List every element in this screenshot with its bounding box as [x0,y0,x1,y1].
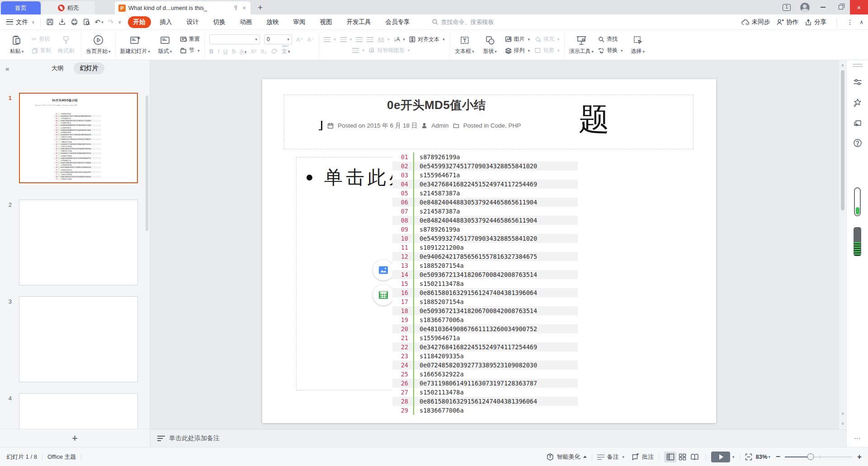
select-button[interactable]: 选择▾ [627,35,648,55]
slide-sorter-view-button[interactable] [676,452,689,462]
tab-slides[interactable]: 幻灯片 [74,62,105,74]
text-direction-button[interactable]: AB▾ [377,37,389,42]
picture-button[interactable]: 图片▾ [505,35,530,43]
play-from-current-button[interactable]: 当页开始▾ [86,34,111,55]
slide-canvas[interactable]: 0e开头MD5值小结 Posted on 2015 年 6 月 18 日 Adm… [262,79,716,423]
panel-scrollbar[interactable] [146,95,148,231]
grow-font-button[interactable]: A⁺ [296,36,303,43]
fit-slide-button[interactable] [745,453,752,461]
format-painter-button[interactable]: 格式刷 [56,35,76,55]
zoom-slider-knob[interactable] [807,453,814,460]
zoom-percent[interactable]: 83% [756,453,768,460]
collapse-panel-button[interactable]: « [5,65,9,72]
new-slide-button[interactable]: 新建幻灯片▾ [120,35,151,55]
shrink-font-button[interactable]: A⁻ [307,36,315,43]
font-color-button[interactable]: A▾ [240,48,246,55]
textbox-button[interactable]: 文本框▾ [454,35,475,55]
subscript-button[interactable]: X₂ [260,48,267,55]
close-window-button[interactable]: × [850,0,868,14]
previous-slide-button[interactable]: ∧ [839,411,846,416]
smart-beautify-button[interactable]: 智能美化 [546,453,587,461]
scroll-up-icon[interactable]: ∧ [839,63,846,67]
redo-button[interactable]: ↷ [108,18,114,26]
numbering-button[interactable]: ▾ [340,37,352,42]
menu-tab-view[interactable]: 视图 [315,16,338,28]
slide-thumbnail-3[interactable] [19,296,138,382]
help-icon[interactable] [853,138,862,147]
bold-button[interactable]: B [209,48,213,55]
slide-thumbnail-2[interactable] [19,200,138,285]
replace-button[interactable]: 替换▾ [598,47,623,54]
zoom-in-button[interactable]: + [857,452,862,461]
popout-pane-icon[interactable] [853,119,862,128]
find-button[interactable]: 查找 [598,35,623,43]
object-properties-icon[interactable] [853,78,862,87]
notes-button[interactable]: 备注 ▾ [597,453,625,461]
superscript-button[interactable]: X² [250,48,256,55]
account-avatar[interactable] [796,0,814,14]
share-button[interactable]: 分享 [805,18,826,26]
sync-status-button[interactable]: 未同步 [741,18,770,26]
beautify-star-icon[interactable] [853,98,863,108]
menu-tab-transition[interactable]: 切换 [208,16,231,28]
collapse-ribbon-button[interactable]: ∧ [859,19,863,25]
theme-name[interactable]: Office 主题 [47,453,76,461]
decrease-indent-button[interactable] [356,37,363,42]
next-slide-button[interactable]: ∨ [839,421,846,426]
align-text-button[interactable]: 对齐文本▾ [409,36,445,43]
tab-document[interactable]: P What kind of d...ument is this_ × [115,1,250,14]
md5-code-block[interactable]: 01s878926199a020e54599327451770903432885… [392,152,578,415]
scrollbar-thumb[interactable] [841,70,844,210]
export-button[interactable] [58,18,66,26]
menu-tab-review[interactable]: 审阅 [288,16,311,28]
insert-table-placeholder-button[interactable] [373,285,394,305]
menu-tab-insert[interactable]: 插入 [155,16,178,28]
insert-picture-placeholder-button[interactable] [373,260,394,281]
print-preview-button[interactable] [83,18,90,26]
slide-thumbnail-1[interactable]: 0e开头MD5值小结 Posted on 2015 年 6 月 18 日 Adm… [19,93,138,183]
cut-button[interactable]: ✂剪切 [32,35,51,43]
undo-button[interactable]: ↶▾ [95,18,104,26]
tab-docer[interactable]: 稻壳 [42,1,95,14]
menu-tab-slideshow[interactable]: 放映 [261,16,284,28]
underline-button[interactable]: U [223,48,227,55]
arrange-button[interactable]: 排列▾ [505,47,530,54]
new-tab-button[interactable]: + [258,3,263,13]
menu-tab-member[interactable]: 会员专享 [380,16,415,28]
section-button[interactable]: 节▾ [180,47,200,54]
line-spacing-button[interactable]: ▾ [352,48,364,53]
vertical-scrollbar[interactable]: ∧ ∧ ∨ [839,60,846,429]
command-search[interactable] [432,19,514,25]
zoom-slider[interactable] [785,456,853,457]
restore-button[interactable] [832,0,850,14]
shapes-button[interactable]: 形状▾ [480,35,500,55]
slide-title[interactable]: 0e开头MD5值小结 [387,97,486,113]
tab-outline[interactable]: 大纲 [45,62,70,74]
clear-format-icon[interactable] [271,48,278,54]
bullets-button[interactable]: ▾ [324,37,336,42]
presentation-tools-button[interactable]: 演示工具▾ [569,35,594,55]
menu-tab-animation[interactable]: 动画 [235,16,258,28]
save-button[interactable] [46,18,54,26]
drag-handle-icon[interactable] [853,64,863,67]
outline-button[interactable]: 轮廓▾ [534,47,560,54]
more-tools-button[interactable]: ⋯ [854,434,861,442]
tab-list-button[interactable]: 1 [778,0,796,14]
phonetic-guide-button[interactable]: wén文▾ [282,48,290,55]
convert-smartart-button[interactable]: 转智能图形▾ [368,47,410,54]
comments-button[interactable]: 批注 [632,453,654,461]
reset-button[interactable]: 重置 [180,35,200,43]
tab-home[interactable]: 首页 [1,1,41,14]
slideshow-play-button[interactable] [711,452,730,462]
close-document-icon[interactable]: × [241,5,247,11]
add-slide-button[interactable]: + [0,429,150,447]
print-button[interactable] [71,18,78,26]
fill-button[interactable]: 填充▾ [534,35,560,43]
menu-tab-devtools[interactable]: 开发工具 [341,16,377,28]
collaborate-button[interactable]: 协作 [776,18,798,26]
font-size-select[interactable]: 0▾ [264,34,292,44]
font-name-select[interactable]: ▾ [209,34,260,44]
customize-toolbar-button[interactable]: ∨ [118,19,121,24]
italic-button[interactable]: I [217,48,219,55]
reading-view-button[interactable] [689,452,701,462]
